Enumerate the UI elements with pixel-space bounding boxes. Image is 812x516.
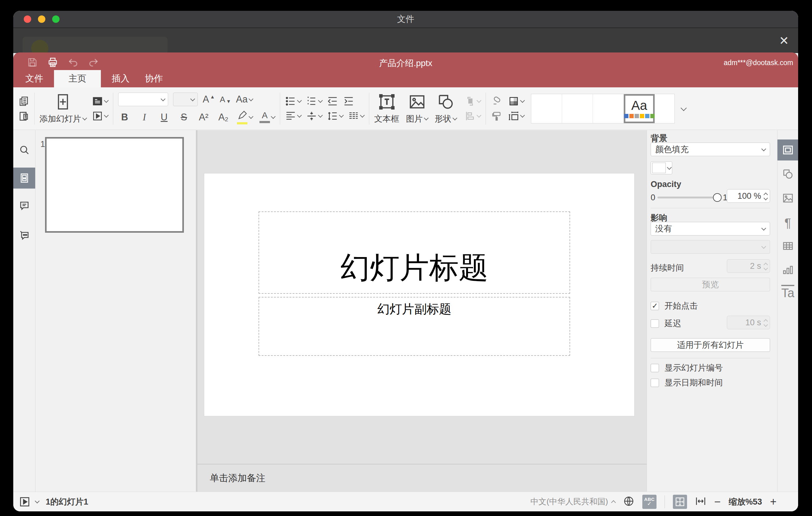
slide-settings-icon[interactable] [778,140,798,161]
change-case-icon[interactable]: Aa [236,94,253,105]
fill-type-select[interactable]: 颜色填充 [651,143,770,156]
host-app-strip: ✕ [13,28,798,53]
close-icon[interactable]: ✕ [779,35,789,47]
zoom-out-button[interactable]: − [714,496,721,507]
delay-spinner[interactable]: 10 s [727,316,770,329]
theme-gallery-expand-icon[interactable] [682,107,686,110]
spellcheck-toggle[interactable]: ABC✓ [642,495,657,509]
notes-area[interactable]: 单击添加备注 [198,464,647,492]
numbered-list-icon[interactable] [306,96,322,107]
clear-style-icon[interactable] [491,96,502,107]
align-shape-icon[interactable] [465,111,481,122]
status-left: 1的幻灯片1 [19,496,88,508]
effect-select[interactable]: 没有 [651,222,770,235]
font-size-select[interactable] [173,93,198,106]
color-scheme-icon[interactable] [508,96,524,107]
preview-button[interactable]: 预览 [651,278,770,291]
bullet-list-icon[interactable] [285,96,301,107]
table-settings-icon[interactable] [778,235,798,256]
textart-settings-icon[interactable]: Ta [778,282,798,304]
close-traffic-button[interactable] [24,16,31,23]
chat-icon[interactable] [13,225,35,246]
start-on-click-label: 开始点击 [665,300,698,311]
font-name-select[interactable] [118,93,168,106]
opacity-slider[interactable] [658,197,717,198]
home-toolbar: 添加幻灯片 A▲ A▼ [13,87,798,130]
start-on-click-checkbox[interactable]: ✓ [651,302,659,310]
horizontal-align-icon[interactable] [285,111,301,122]
font-increase-icon[interactable]: A▲ [203,94,215,105]
document-language-globe-icon[interactable] [623,496,634,508]
effect-variant-select[interactable] [651,240,770,254]
tab-insert[interactable]: 插入 [104,70,137,87]
right-settings-panel: 背景 颜色填充 Opacity 0 100 100 % 影响 没有 [647,130,798,492]
show-slide-number-checkbox[interactable] [651,364,659,372]
start-slideshow-status-icon[interactable] [19,496,31,508]
fit-to-slide-button[interactable] [673,495,687,509]
fill-color-swatch[interactable] [651,162,672,174]
duration-spinner[interactable]: 2 s [727,259,770,273]
traffic-lights [24,16,60,23]
opacity-spinner[interactable]: 100 % [727,189,770,203]
paragraph-group [285,96,364,122]
strikethrough-button[interactable]: S [177,112,190,123]
insert-image-button[interactable]: 图片 [406,93,428,124]
tab-collaboration[interactable]: 协作 [137,70,171,87]
italic-button[interactable]: I [138,112,151,123]
copy-icon[interactable] [18,96,29,107]
slide-layout-icon[interactable] [92,96,108,107]
tab-home[interactable]: 主页 [54,70,101,87]
delay-row: 延迟 [651,318,681,329]
opacity-slider-handle[interactable] [713,193,722,202]
vertical-align-icon[interactable] [306,111,322,122]
apply-to-all-button[interactable]: 适用于所有幻灯片 [651,338,770,352]
fit-to-width-button[interactable] [695,496,706,508]
tab-file[interactable]: 文件 [18,70,51,87]
highlight-color-button[interactable] [237,110,253,124]
slides-panel-icon[interactable] [13,168,35,189]
slide-subtitle-placeholder[interactable]: 幻灯片副标题 [259,297,570,356]
bold-button[interactable]: B [118,112,131,123]
insert-shape-button[interactable]: 形状 [435,93,457,124]
chart-settings-icon[interactable] [778,259,798,280]
font-color-button[interactable]: A [259,111,275,123]
image-settings-icon[interactable] [778,188,798,209]
decrease-indent-icon[interactable] [327,96,338,107]
slide-title-text: 幻灯片标题 [340,248,488,288]
start-slideshow-icon[interactable] [92,111,108,122]
insert-image-label: 图片 [406,113,423,124]
paragraph-settings-icon[interactable]: ¶ [778,212,798,233]
underline-button[interactable]: U [158,112,171,123]
language-selector[interactable]: 中文(中华人民共和国) [531,496,615,507]
show-date-time-label: 显示日期和时间 [665,377,723,388]
zoom-in-button[interactable]: + [770,496,777,507]
slide-title-placeholder[interactable]: 幻灯片标题 [259,211,570,294]
slide-size-icon[interactable] [508,111,524,122]
paste-icon[interactable] [18,111,29,122]
theme-option[interactable] [655,94,674,123]
slideshow-options-caret-icon[interactable] [35,499,40,504]
maximize-traffic-button[interactable] [52,16,60,23]
subscript-button[interactable]: A₂ [217,112,230,123]
arrange-shape-icon[interactable] [465,96,481,107]
theme-option[interactable] [593,94,624,123]
superscript-button[interactable]: A² [197,112,210,123]
theme-option[interactable] [531,94,562,123]
show-date-time-checkbox[interactable] [651,379,659,387]
add-slide-button[interactable]: 添加幻灯片 [39,93,86,124]
insert-textbox-button[interactable]: 文本框 [374,93,399,124]
theme-option[interactable] [562,94,593,123]
slide-thumbnail[interactable] [45,137,184,233]
columns-icon[interactable] [348,111,364,122]
increase-indent-icon[interactable] [343,96,354,107]
font-decrease-icon[interactable]: A▼ [220,94,231,104]
line-spacing-icon[interactable] [327,111,343,122]
slide-canvas[interactable]: 幻灯片标题 幻灯片副标题 [204,173,634,416]
shape-settings-icon[interactable] [778,164,798,184]
minimize-traffic-button[interactable] [38,16,45,23]
delay-checkbox[interactable] [651,319,659,328]
comments-icon[interactable] [13,195,35,216]
search-icon[interactable] [13,140,35,161]
copy-style-icon[interactable] [491,111,502,122]
theme-option-selected[interactable]: Aa [624,94,655,123]
